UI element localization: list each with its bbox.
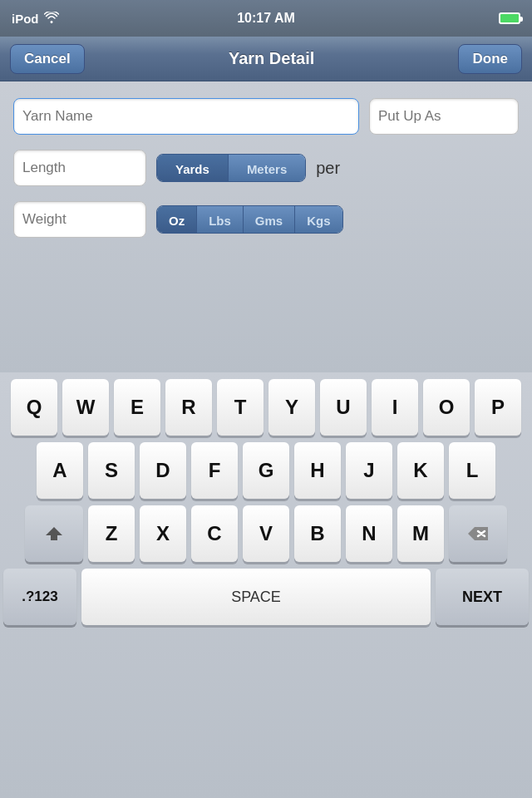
- key-y[interactable]: Y: [268, 379, 315, 436]
- status-time: 10:17 AM: [237, 11, 295, 26]
- key-c[interactable]: C: [191, 505, 238, 562]
- key-l[interactable]: L: [449, 442, 495, 499]
- key-u[interactable]: U: [320, 379, 367, 436]
- form-row-1: [13, 98, 519, 135]
- key-j[interactable]: J: [346, 442, 392, 499]
- key-o[interactable]: O: [423, 379, 470, 436]
- key-d[interactable]: D: [140, 442, 186, 499]
- key-a[interactable]: A: [37, 442, 83, 499]
- keyboard-row-1: Q W E R T Y U I O P: [3, 379, 529, 436]
- cancel-button[interactable]: Cancel: [10, 44, 85, 74]
- numbers-key[interactable]: .?123: [3, 569, 76, 625]
- unit-segment-control: Yards Meters: [156, 154, 306, 182]
- key-w[interactable]: W: [62, 379, 109, 436]
- keyboard-row-2: A S D F G H J K L: [3, 442, 529, 499]
- lbs-button[interactable]: Lbs: [197, 206, 244, 234]
- meters-button[interactable]: Meters: [229, 155, 305, 182]
- status-bar: iPod 10:17 AM: [0, 0, 532, 37]
- battery-icon: [499, 12, 520, 24]
- page-title: Yarn Detail: [229, 49, 314, 68]
- length-input[interactable]: [13, 150, 146, 186]
- nav-bar: Cancel Yarn Detail Done: [0, 37, 532, 81]
- wifi-icon: [44, 12, 59, 26]
- key-m[interactable]: M: [397, 505, 444, 562]
- key-t[interactable]: T: [217, 379, 264, 436]
- key-z[interactable]: Z: [88, 505, 135, 562]
- yarn-name-input[interactable]: [13, 98, 359, 135]
- shift-key[interactable]: [25, 505, 83, 562]
- key-v[interactable]: V: [243, 505, 289, 562]
- yards-button[interactable]: Yards: [157, 155, 229, 182]
- put-up-input[interactable]: [369, 98, 519, 135]
- form-row-2: Yards Meters per: [13, 150, 519, 186]
- keyboard-row-3: Z X C V B N M: [3, 505, 529, 562]
- key-q[interactable]: Q: [11, 379, 57, 436]
- svg-marker-0: [46, 527, 62, 540]
- gms-button[interactable]: Gms: [244, 206, 295, 234]
- done-button[interactable]: Done: [458, 44, 522, 74]
- weight-input[interactable]: [13, 201, 146, 238]
- key-x[interactable]: X: [140, 505, 186, 562]
- keyboard-area: Q W E R T Y U I O P A S D F G H J K L Z …: [0, 372, 532, 798]
- delete-key[interactable]: [449, 505, 507, 562]
- form-row-3: Oz Lbs Gms Kgs: [13, 201, 519, 238]
- key-k[interactable]: K: [397, 442, 444, 499]
- key-h[interactable]: H: [294, 442, 341, 499]
- key-n[interactable]: N: [346, 505, 392, 562]
- form-area: Yards Meters per Oz Lbs Gms Kgs: [0, 81, 532, 372]
- carrier-label: iPod: [12, 12, 39, 26]
- key-i[interactable]: I: [372, 379, 418, 436]
- space-key[interactable]: space: [81, 569, 431, 625]
- key-f[interactable]: F: [191, 442, 238, 499]
- key-g[interactable]: G: [243, 442, 289, 499]
- weight-unit-segment-control: Oz Lbs Gms Kgs: [156, 205, 343, 234]
- key-s[interactable]: S: [88, 442, 135, 499]
- oz-button[interactable]: Oz: [157, 206, 197, 234]
- key-e[interactable]: E: [114, 379, 160, 436]
- kgs-button[interactable]: Kgs: [295, 206, 342, 234]
- key-p[interactable]: P: [475, 379, 521, 436]
- key-b[interactable]: B: [294, 505, 341, 562]
- next-key[interactable]: Next: [436, 569, 529, 625]
- per-label: per: [316, 159, 340, 178]
- keyboard-row-4: .?123 space Next: [3, 569, 529, 625]
- key-r[interactable]: R: [165, 379, 212, 436]
